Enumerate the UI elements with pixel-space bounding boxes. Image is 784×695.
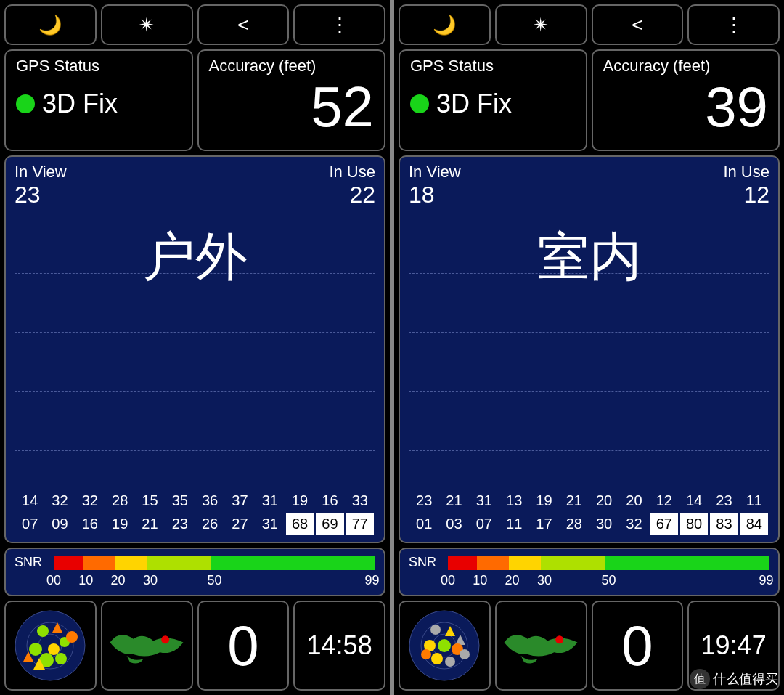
accuracy-title: Accuracy (feet) <box>603 57 769 76</box>
sat-id: 84 <box>740 513 768 535</box>
clock-card[interactable]: 14:58 <box>293 601 385 691</box>
speed-value: 0 <box>227 613 258 679</box>
night-mode-button[interactable]: 🌙 <box>399 4 491 45</box>
snr-ticks-1: 001020305099 <box>448 573 769 589</box>
compass-icon: ✴ <box>139 14 155 36</box>
speed-value: 0 <box>621 613 653 679</box>
accuracy-card[interactable]: Accuracy (feet) 39 <box>592 49 780 151</box>
menu-button[interactable]: ⋮ <box>687 4 780 45</box>
bar-col: 36 <box>196 492 224 511</box>
bar-value: 19 <box>292 492 308 509</box>
svg-point-17 <box>430 625 441 635</box>
sat-id: 32 <box>620 513 648 535</box>
snr-tick: 10 <box>473 573 487 588</box>
snr-legend: SNR 001020305099 <box>4 548 385 596</box>
snr-label: SNR <box>409 555 441 570</box>
sat-id: 67 <box>650 513 678 535</box>
night-mode-button[interactable]: 🌙 <box>4 4 97 45</box>
svg-point-8 <box>55 653 67 664</box>
pane-indoor: 🌙 ✴ < ⋮ GPS Status 3D Fix Accuracy (feet… <box>394 0 784 695</box>
bar-col: 28 <box>106 492 134 511</box>
snr-gradient-icon <box>448 556 769 570</box>
menu-button[interactable]: ⋮ <box>293 4 385 45</box>
gps-status-title: GPS Status <box>410 57 576 76</box>
svg-point-6 <box>48 643 60 655</box>
snr-tick: 00 <box>441 573 455 588</box>
svg-point-21 <box>438 639 451 652</box>
snr-tick: 20 <box>111 573 126 588</box>
bar-col: 21 <box>560 492 588 511</box>
bar-col: 20 <box>620 492 648 511</box>
share-icon: < <box>237 14 248 36</box>
bar-col: 14 <box>16 492 44 511</box>
worldmap-card[interactable] <box>495 601 587 691</box>
share-button[interactable]: < <box>592 4 684 45</box>
bar-value: 37 <box>232 492 248 509</box>
in-use-value: 12 <box>723 182 769 208</box>
accuracy-title: Accuracy (feet) <box>209 57 375 76</box>
svg-point-23 <box>431 653 443 664</box>
svg-point-5 <box>29 643 42 656</box>
snr-ticks-0: 001020305099 <box>54 573 375 589</box>
bar-value: 23 <box>716 492 732 509</box>
bar-value: 15 <box>142 492 158 509</box>
svg-point-26 <box>460 649 470 659</box>
compass-button[interactable]: ✴ <box>101 4 193 45</box>
world-icon <box>501 620 581 671</box>
compass-button[interactable]: ✴ <box>495 4 587 45</box>
snr-tick: 99 <box>365 573 380 588</box>
gps-status-card[interactable]: GPS Status 3D Fix <box>4 49 193 151</box>
snr-tick: 10 <box>78 573 93 588</box>
share-button[interactable]: < <box>197 4 290 45</box>
menu-icon: ⋮ <box>330 14 349 36</box>
skyplot-card[interactable] <box>399 601 491 691</box>
speed-card[interactable]: 0 <box>197 601 290 691</box>
toolbar: 🌙 ✴ < ⋮ <box>399 4 780 45</box>
speed-card[interactable]: 0 <box>592 601 684 691</box>
bar-value: 19 <box>536 492 552 509</box>
status-dot-icon <box>410 94 429 113</box>
compass-icon: ✴ <box>533 14 549 36</box>
skyplot-icon <box>14 609 86 682</box>
pane-outdoor: 🌙 ✴ < ⋮ GPS Status 3D Fix Accuracy (feet… <box>0 0 390 695</box>
in-view-value: 23 <box>15 182 67 208</box>
bar-col: 23 <box>410 492 438 511</box>
sat-id: 09 <box>46 513 73 535</box>
accuracy-card[interactable]: Accuracy (feet) 52 <box>197 49 386 151</box>
sat-row-1: 010307111728303267808384 <box>409 513 769 535</box>
bar-value: 36 <box>202 492 218 509</box>
bar-value: 14 <box>686 492 702 509</box>
clock-value: 19:47 <box>701 630 767 661</box>
worldmap-card[interactable] <box>101 601 193 691</box>
bar-value: 32 <box>82 492 98 509</box>
skyplot-card[interactable] <box>4 601 97 691</box>
bar-col: 35 <box>166 492 194 511</box>
accuracy-value: 52 <box>209 78 375 135</box>
snr-chart[interactable]: In View 18 In Use 12 室内 2321311319212020… <box>399 155 780 543</box>
bar-value: 20 <box>626 492 642 509</box>
bar-value: 16 <box>322 492 338 509</box>
bar-col: 21 <box>440 492 467 511</box>
sat-id: 17 <box>530 513 558 535</box>
moon-icon: 🌙 <box>433 14 456 36</box>
gps-status-value: 3D Fix <box>436 89 512 119</box>
sat-id: 80 <box>680 513 708 535</box>
moon-icon: 🌙 <box>38 14 62 36</box>
snr-tick: 30 <box>143 573 158 588</box>
sat-id: 16 <box>76 513 104 535</box>
svg-point-3 <box>37 625 49 637</box>
bar-col: 16 <box>316 492 343 511</box>
snr-tick: 50 <box>207 573 221 588</box>
in-view-label: In View <box>15 163 67 182</box>
in-view-label: In View <box>409 163 461 182</box>
bar-col: 19 <box>530 492 558 511</box>
sat-id: 69 <box>316 513 343 535</box>
bar-value: 31 <box>262 492 278 509</box>
bar-col: 31 <box>470 492 498 511</box>
gps-status-card[interactable]: GPS Status 3D Fix <box>399 49 587 151</box>
skyplot-icon <box>408 609 481 682</box>
svg-point-27 <box>555 635 563 643</box>
snr-tick: 99 <box>759 573 774 588</box>
snr-chart[interactable]: In View 23 In Use 22 户外 1432322815353637… <box>4 155 385 543</box>
bar-value: 21 <box>446 492 462 509</box>
